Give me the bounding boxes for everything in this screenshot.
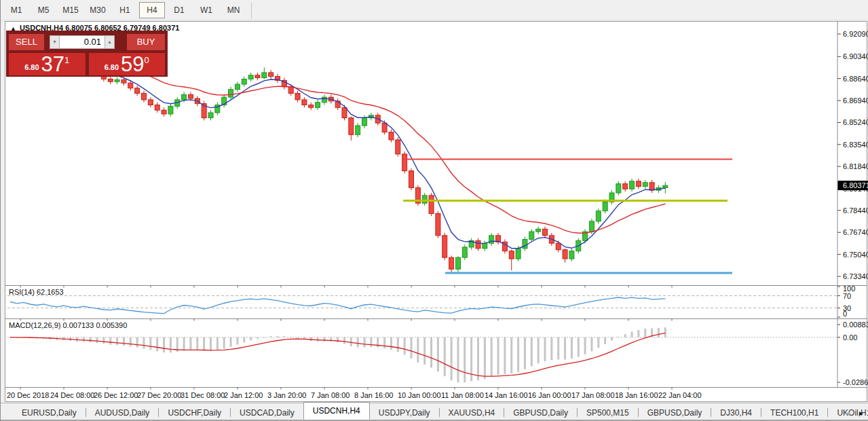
timeframe-buttons: M1M5M15M30H1H4D1W1MN xyxy=(3,2,247,18)
macd-tick-label: 0.008839 xyxy=(843,321,868,329)
timeframe-button-m30[interactable]: M30 xyxy=(85,2,111,18)
price-tick-label: 6.88640 xyxy=(843,75,868,83)
time-axis-label: 14 Jan 16:00 xyxy=(485,391,528,399)
symbol-tab-usdjpy-daily[interactable]: USDJPY,Daily xyxy=(370,405,439,420)
timeframe-button-mn[interactable]: MN xyxy=(221,2,246,18)
timeframe-button-h4[interactable]: H4 xyxy=(139,2,165,18)
volume-decrease-button[interactable]: ▼ xyxy=(50,35,60,49)
sell-price-sup: 1 xyxy=(64,55,69,65)
tab-scroll-right-icon[interactable]: ► xyxy=(858,409,865,417)
price-tick-label: 6.86940 xyxy=(843,96,868,105)
time-axis-label: 31 Dec 08:00 xyxy=(181,391,225,399)
time-axis-label: 20 Dec 2018 xyxy=(7,391,49,399)
price-tick-label: 6.78440 xyxy=(843,206,868,215)
symbol-tabbar: EURUSD,DailyAUDUSD,DailyUSDCHF,DailyUSDC… xyxy=(1,403,868,421)
timeframe-button-m5[interactable]: M5 xyxy=(31,2,56,18)
buy-price[interactable]: 6.80 59 0 xyxy=(89,53,166,75)
timeframe-button-m15[interactable]: M15 xyxy=(58,2,83,18)
sell-button[interactable]: SELL xyxy=(9,34,44,50)
macd-label: MACD(12,26,9) 0.007133 0.005390 xyxy=(9,321,127,329)
tab-scroll-left-icon[interactable]: ◄ xyxy=(844,409,851,417)
symbol-tab-usdchf-daily[interactable]: USDCHF,Daily xyxy=(159,405,230,420)
time-axis-label: 18 Jan 16:00 xyxy=(615,391,658,399)
symbol-tab-gbpusd-daily[interactable]: GBPUSD,Daily xyxy=(639,405,711,420)
sell-price-small: 6.80 xyxy=(24,63,39,71)
timeframe-button-d1[interactable]: D1 xyxy=(166,2,192,18)
time-axis-label: 26 Dec 12:00 xyxy=(94,391,138,399)
volume-stepper: ▼ ▲ xyxy=(50,35,115,50)
symbol-tabs: EURUSD,DailyAUDUSD,DailyUSDCHF,DailyUSDC… xyxy=(13,402,868,420)
symbol-tab-sp500-m15[interactable]: SP500,M15 xyxy=(578,405,638,420)
time-axis-label: 24 Dec 08:00 xyxy=(50,391,94,399)
price-tick-label: 6.75040 xyxy=(843,251,868,259)
sell-price[interactable]: 6.80 37 1 xyxy=(9,53,86,75)
toolbar-separator xyxy=(251,2,252,18)
macd-tick-label: -0.028683 xyxy=(843,378,868,386)
buy-price-sup: 0 xyxy=(145,55,149,65)
rsi-line xyxy=(10,297,665,314)
rsi-tick-label: 70 xyxy=(843,292,851,300)
buy-price-big: 59 xyxy=(121,54,144,75)
symbol-tab-gbpusd-daily[interactable]: GBPUSD,Daily xyxy=(504,405,577,420)
trade-panel-controls: SELL ▼ ▲ BUY xyxy=(9,33,165,51)
symbol-tab-audusd-daily[interactable]: AUDUSD,Daily xyxy=(86,405,159,420)
symbol-tab-eurusd-daily[interactable]: EURUSD,Daily xyxy=(13,405,86,420)
rsi-tick-label: 0 xyxy=(843,310,847,318)
trade-panel-prices: 6.80 37 1 6.80 59 0 xyxy=(9,53,165,75)
time-axis-label: 7 Jan 08:00 xyxy=(311,391,350,399)
buy-button[interactable]: BUY xyxy=(127,34,165,50)
symbol-tab-tech100-h1[interactable]: TECH100,H1 xyxy=(761,405,827,420)
time-axis-label: 16 Jan 00:00 xyxy=(528,391,571,399)
price-tick-label: 6.73340 xyxy=(843,272,868,280)
timeframe-button-w1[interactable]: W1 xyxy=(193,2,219,18)
buy-price-small: 6.80 xyxy=(105,63,119,71)
volume-increase-button[interactable]: ▲ xyxy=(105,35,115,49)
trading-terminal: { "toolbar": { "timeframes": ["M1","M5",… xyxy=(0,0,868,421)
symbol-tab-xauusd-h4[interactable]: XAUUSD,H4 xyxy=(440,405,504,420)
trade-panel: SELL ▼ ▲ BUY 6.80 37 1 6.80 59 0 xyxy=(6,31,168,77)
timeframe-button-m1[interactable]: M1 xyxy=(3,2,29,18)
price-tick-label: 6.81840 xyxy=(843,162,868,170)
sell-price-big: 37 xyxy=(41,54,64,75)
current-price-label: 6.80371 xyxy=(843,181,868,189)
symbol-tab-usdcad-daily[interactable]: USDCAD,Daily xyxy=(231,405,303,420)
rsi-label: RSI(14) 62.1653 xyxy=(9,288,64,296)
price-tick-label: 6.85240 xyxy=(843,118,868,126)
slow-ma xyxy=(10,51,665,234)
time-axis-label: 22 Jan 04:00 xyxy=(658,391,702,399)
symbol-tab-dj30-h4[interactable]: DJ30,H4 xyxy=(711,405,761,420)
macd-histogram xyxy=(10,327,666,382)
price-tick-label: 6.76740 xyxy=(843,228,868,236)
macd-tick-label: 0.00 xyxy=(843,333,857,342)
volume-input[interactable] xyxy=(60,35,105,49)
tab-scroll-arrows: ◄ ► xyxy=(844,409,865,417)
time-axis-label: 3 Jan 20:00 xyxy=(267,391,307,399)
price-tick-label: 6.92090 xyxy=(843,30,868,38)
time-axis-label: 17 Jan 08:00 xyxy=(571,391,615,399)
timeframe-toolbar: M1M5M15M30H1H4D1W1MN xyxy=(1,0,868,20)
price-tick-label: 6.83540 xyxy=(843,141,868,149)
time-axis-label: 2 Jan 12:00 xyxy=(224,391,263,399)
time-axis-label: 10 Jan 00:00 xyxy=(398,391,441,399)
time-axis-label: 11 Jan 08:00 xyxy=(441,391,484,399)
timeframe-button-h1[interactable]: H1 xyxy=(112,2,138,18)
time-axis-label: 27 Dec 20:00 xyxy=(137,391,181,399)
price-tick-label: 6.90340 xyxy=(843,52,868,60)
symbol-tab-usdcnh-h4[interactable]: USDCNH,H4 xyxy=(303,402,370,420)
time-axis-label: 8 Jan 16:00 xyxy=(354,391,394,399)
